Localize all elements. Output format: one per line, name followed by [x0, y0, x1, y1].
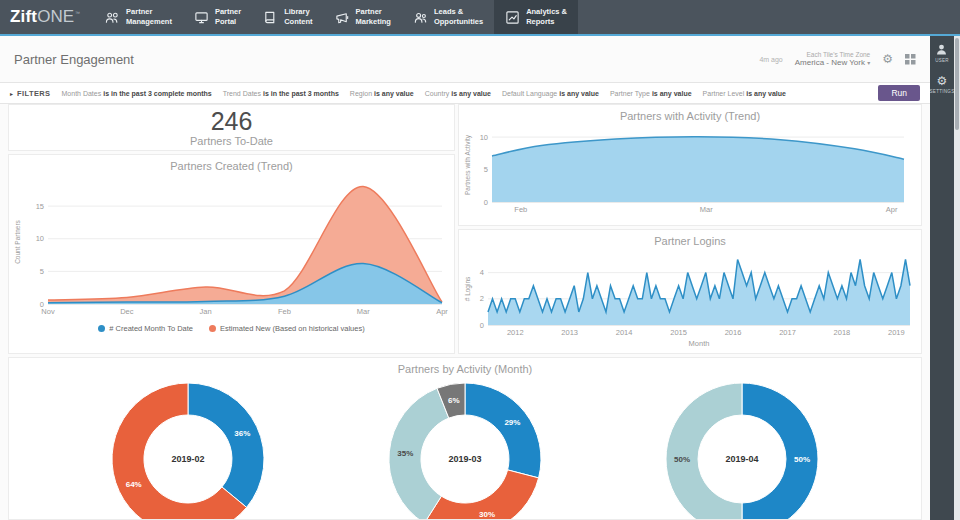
logo-bold: Zift	[10, 7, 37, 27]
svg-text:Mar: Mar	[356, 307, 369, 316]
chart-title: Partners by Activity (Month)	[9, 358, 921, 375]
svg-text:Count Partners: Count Partners	[14, 219, 21, 263]
partners-with-activity-chart: 0510FebMarAprPartners with Activity	[462, 122, 918, 218]
nav-library-content[interactable]: LibraryContent	[252, 0, 323, 34]
timezone-dropdown[interactable]: Each Tile's Time Zone America - New York…	[795, 51, 871, 67]
svg-text:2018: 2018	[834, 328, 851, 337]
svg-text:Apr: Apr	[436, 307, 448, 316]
last-updated: 4m ago	[759, 56, 782, 63]
donut-row: 36%64%2019-02 29%30%35%6%2019-03 50%50%2…	[9, 375, 921, 520]
svg-text:2019-03: 2019-03	[448, 454, 481, 464]
svg-text:2017: 2017	[779, 328, 796, 337]
leads-people-icon	[413, 10, 428, 25]
svg-text:50%: 50%	[794, 455, 810, 464]
svg-text:Feb: Feb	[514, 205, 527, 214]
filter-default-language[interactable]: Default Languageis any value	[502, 90, 599, 97]
svg-text:Jan: Jan	[199, 307, 211, 316]
filter-month-dates[interactable]: Month Datesis in the past 3 complete mon…	[62, 90, 212, 97]
donut-2019-02: 36%64%2019-02	[103, 377, 273, 520]
svg-text:5: 5	[39, 267, 43, 276]
svg-text:Nov: Nov	[41, 307, 55, 316]
svg-text:2014: 2014	[616, 328, 633, 337]
nav-partner-portal[interactable]: PartnerPortal	[183, 0, 252, 34]
partner-logins-tile: Partner Logins 0242012201320142015201620…	[458, 229, 922, 354]
nav-analytics-reports[interactable]: Analytics &Reports	[494, 0, 578, 34]
svg-text:29%: 29%	[504, 418, 520, 427]
monitor-icon	[194, 10, 209, 25]
sidebar-settings[interactable]: ⚙ SETTINGS	[930, 75, 955, 94]
expand-arrow-icon: ▸	[10, 90, 13, 97]
chart-legend: # Created Month To Date Estimated New (B…	[9, 322, 454, 337]
svg-text:10: 10	[35, 234, 43, 243]
svg-text:Month: Month	[689, 339, 710, 348]
svg-text:15: 15	[35, 202, 43, 211]
nav-partner-marketing[interactable]: PartnerMarketing	[324, 0, 402, 34]
svg-text:2012: 2012	[507, 328, 524, 337]
svg-text:Feb: Feb	[277, 307, 290, 316]
megaphone-icon	[335, 10, 350, 25]
svg-text:6%: 6%	[448, 396, 460, 405]
svg-text:2019: 2019	[888, 328, 905, 337]
svg-text:5: 5	[484, 165, 488, 174]
svg-text:50%: 50%	[674, 455, 690, 464]
svg-text:2013: 2013	[561, 328, 578, 337]
run-button[interactable]: Run	[878, 85, 920, 101]
book-icon	[263, 10, 278, 25]
svg-text:0: 0	[480, 321, 484, 330]
people-icon	[105, 10, 120, 25]
partners-created-chart: 051015NovDecJanFebMarAprCount Partners	[12, 172, 452, 322]
svg-text:Mar: Mar	[700, 205, 713, 214]
svg-text:2019-04: 2019-04	[726, 454, 759, 464]
ziftone-logo[interactable]: ZiftONE™	[0, 0, 94, 34]
svg-text:2015: 2015	[670, 328, 687, 337]
filter-partner-level[interactable]: Partner Levelis any value	[703, 90, 786, 97]
partners-to-date-tile: 246 Partners To-Date	[8, 104, 455, 151]
page-header: Partner Engagement 4m ago Each Tile's Ti…	[0, 36, 930, 82]
chart-title: Partners with Activity (Trend)	[459, 105, 921, 122]
svg-text:2016: 2016	[725, 328, 742, 337]
svg-text:36%: 36%	[234, 429, 250, 438]
scrollbar-track[interactable]	[954, 36, 960, 520]
filter-region[interactable]: Regionis any value	[350, 90, 414, 97]
gear-icon: ⚙	[937, 75, 948, 87]
svg-text:64%: 64%	[125, 480, 141, 489]
dashboard-grid: 246 Partners To-Date Partners Created (T…	[8, 104, 922, 520]
partners-with-activity-tile: Partners with Activity (Trend) 0510FebMa…	[458, 104, 922, 226]
donut-2019-03: 29%30%35%6%2019-03	[380, 377, 550, 520]
user-icon	[935, 43, 948, 56]
svg-text:4: 4	[480, 268, 484, 277]
nav-partner-management[interactable]: PartnerManagement	[94, 0, 183, 34]
chart-title: Partners Created (Trend)	[9, 155, 454, 172]
logo-tm: ™	[75, 10, 80, 16]
svg-text:Apr: Apr	[886, 205, 898, 214]
right-sidebar: USER ⚙ SETTINGS	[930, 36, 954, 520]
donut-2019-04: 50%50%2019-04	[657, 377, 827, 520]
filters-bar: ▸ FILTERS Month Datesis in the past 3 co…	[0, 82, 930, 104]
dashboard-gear-icon[interactable]: ⚙	[882, 53, 893, 65]
filter-country[interactable]: Countryis any value	[425, 90, 491, 97]
chart-icon	[505, 10, 520, 25]
logo-light: ONE	[37, 7, 74, 27]
svg-text:2: 2	[480, 294, 484, 303]
sidebar-user[interactable]: USER	[935, 43, 949, 63]
legend-dot-red	[209, 325, 216, 332]
grid-layout-icon[interactable]	[905, 54, 916, 65]
chart-title: Partner Logins	[459, 230, 921, 247]
scrollbar-thumb[interactable]	[955, 38, 959, 130]
svg-text:Partners with Activity: Partners with Activity	[464, 134, 472, 195]
svg-text:10: 10	[480, 133, 488, 142]
legend-dot-blue	[98, 325, 105, 332]
partner-logins-chart: 02420122013201420152016201720182019Month…	[462, 247, 918, 349]
svg-text:# Logins: # Logins	[464, 276, 472, 301]
page-title: Partner Engagement	[14, 52, 134, 67]
svg-text:0: 0	[484, 198, 488, 207]
filter-partner-type[interactable]: Partner Typeis any value	[610, 90, 692, 97]
top-navbar: ZiftONE™ PartnerManagement PartnerPortal…	[0, 0, 960, 36]
main-content: Partner Engagement 4m ago Each Tile's Ti…	[0, 36, 930, 520]
filters-toggle[interactable]: ▸ FILTERS	[10, 89, 51, 98]
svg-text:Dec: Dec	[120, 307, 134, 316]
filter-trend-dates[interactable]: Trend Datesis in the past 3 months	[223, 90, 339, 97]
nav-leads-opportunities[interactable]: Leads &Opportunities	[402, 0, 494, 34]
chevron-down-icon: ▾	[867, 60, 870, 66]
partners-count-label: Partners To-Date	[190, 135, 273, 147]
